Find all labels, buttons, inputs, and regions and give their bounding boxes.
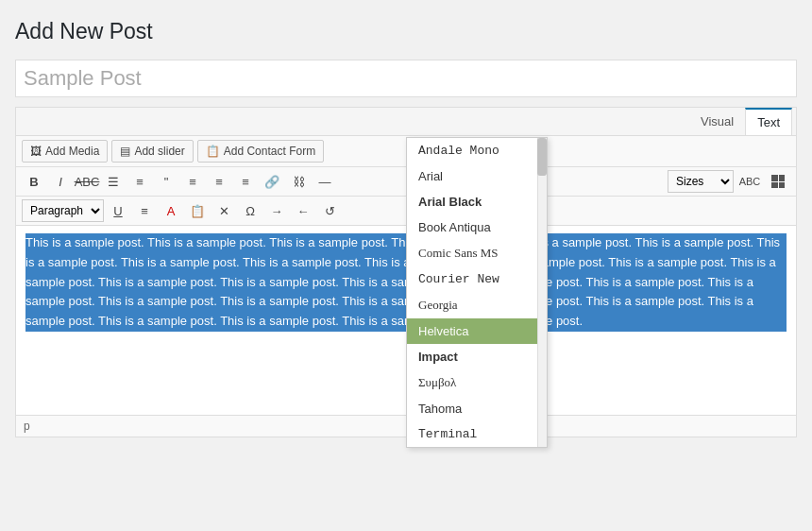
ordered-list-button[interactable]: ≡ (127, 170, 152, 193)
grid-icon (771, 175, 785, 188)
tab-visual[interactable]: Visual (689, 108, 745, 135)
add-slider-button[interactable]: ▤ Add slider (111, 140, 193, 163)
underline-button[interactable]: U (106, 199, 130, 222)
font-list-scroll[interactable]: Andale Mono Arial Arial Black Book Antiq… (407, 138, 547, 447)
font-item-comic-sans[interactable]: Comic Sans MS (407, 240, 547, 266)
align-center-button[interactable]: ≡ (207, 170, 231, 193)
align-right-button[interactable]: ≡ (233, 170, 258, 193)
font-item-book-antiqua[interactable]: Book Antiqua (407, 214, 547, 240)
unlink-button[interactable]: ⛓ (286, 170, 311, 193)
link-button[interactable]: 🔗 (260, 170, 284, 193)
title-input-wrap (15, 60, 797, 97)
add-slider-label: Add slider (134, 145, 184, 158)
slider-icon: ▤ (120, 145, 130, 158)
font-item-andale-mono[interactable]: Andale Mono (407, 138, 547, 163)
contact-icon: 📋 (206, 145, 220, 158)
font-item-georgia[interactable]: Georgia (407, 292, 547, 318)
scrollbar-thumb (537, 138, 547, 176)
text-color-button[interactable]: A (159, 199, 183, 222)
undo-button[interactable]: ↺ (317, 199, 342, 222)
spell-check-button[interactable]: ABC (737, 170, 762, 193)
unordered-list-button[interactable]: ☰ (101, 170, 126, 193)
add-contact-form-button[interactable]: 📋 Add Contact Form (197, 140, 324, 163)
clear-format-button[interactable]: ✕ (211, 199, 236, 222)
strikethrough-button[interactable]: ABC (75, 170, 99, 193)
post-title-input[interactable] (24, 66, 788, 91)
font-item-impact[interactable]: Impact (407, 344, 547, 369)
font-item-helvetica[interactable]: Helvetica (407, 318, 547, 344)
add-media-button[interactable]: 🖼 Add Media (22, 140, 108, 163)
bold-button[interactable]: B (22, 170, 46, 193)
font-item-arial[interactable]: Arial (407, 163, 547, 189)
special-char-button[interactable]: Ω (238, 199, 262, 222)
add-contact-label: Add Contact Form (224, 145, 315, 158)
justify-button[interactable]: ≡ (132, 199, 157, 222)
outdent-button[interactable]: ← (291, 199, 315, 222)
font-sizes-select[interactable]: Sizes (668, 170, 734, 193)
media-icon: 🖼 (30, 145, 42, 158)
paste-button[interactable]: 📋 (185, 199, 210, 222)
italic-button[interactable]: I (48, 170, 73, 193)
font-dropdown: Andale Mono Arial Arial Black Book Antiq… (406, 137, 548, 448)
tab-text[interactable]: Text (745, 108, 792, 135)
blockquote-button[interactable]: " (154, 170, 178, 193)
editor-tag: p (24, 420, 30, 433)
page-title: Add New Post (15, 19, 797, 44)
grid-button[interactable] (766, 170, 790, 193)
toolbar-right: Sizes ABC (668, 170, 790, 193)
add-media-label: Add Media (45, 145, 99, 158)
align-left-button[interactable]: ≡ (180, 170, 205, 193)
font-dropdown-scrollbar[interactable] (537, 138, 547, 447)
font-item-tahoma[interactable]: Tahoma (407, 396, 547, 421)
indent-button[interactable]: → (264, 199, 289, 222)
font-item-arial-black[interactable]: Arial Black (407, 189, 547, 214)
font-item-symbol[interactable]: Συμβολ (407, 369, 547, 396)
page-wrapper: Add New Post Visual Text 🖼 Add Media ▤ A… (0, 0, 812, 531)
paragraph-format-select[interactable]: Paragraph (22, 199, 104, 222)
editor-tabs: Visual Text (16, 108, 796, 136)
font-item-terminal[interactable]: Terminal (407, 421, 547, 447)
more-button[interactable]: — (313, 170, 337, 193)
font-item-courier-new[interactable]: Courier New (407, 266, 547, 292)
